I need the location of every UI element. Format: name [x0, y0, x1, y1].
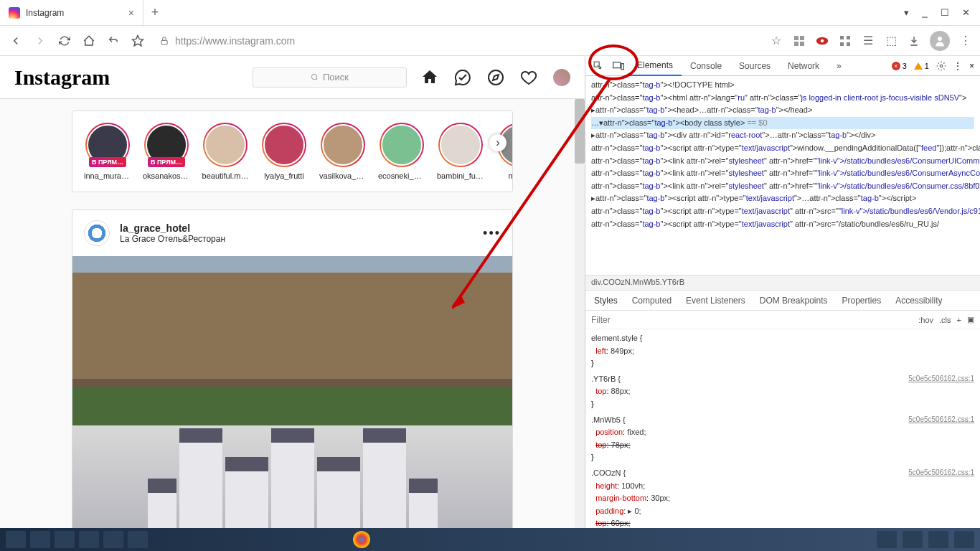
story-item[interactable]: lyalya_frutti: [260, 123, 308, 180]
svg-rect-1: [161, 40, 167, 44]
new-style-rule-icon[interactable]: +: [957, 316, 961, 324]
post-location[interactable]: La Grace Отель&Ресторан: [120, 234, 225, 244]
tab-accessibility[interactable]: Accessibility: [895, 296, 942, 306]
styles-tabs: Styles Computed Event Listeners DOM Brea…: [585, 291, 980, 311]
tab-sources[interactable]: Sources: [730, 57, 779, 75]
svg-point-12: [938, 37, 942, 41]
lock-icon: [159, 36, 169, 46]
window-close-icon[interactable]: ✕: [962, 7, 970, 18]
eye-extension-icon[interactable]: [815, 34, 829, 48]
crop-icon[interactable]: ⬚: [884, 34, 898, 48]
browser-titlebar: Instagram × + ▾ ⎯ ☐ ✕: [0, 0, 980, 26]
post-image[interactable]: [72, 256, 512, 528]
annotation-circle: [588, 44, 639, 80]
tab-title: Instagram: [26, 8, 64, 18]
svg-rect-8: [840, 36, 844, 39]
error-count-badge[interactable]: ×3: [892, 62, 907, 70]
svg-rect-2: [794, 36, 798, 40]
svg-line-20: [452, 79, 610, 309]
pin-icon[interactable]: ▣: [967, 315, 974, 324]
window-dropdown-icon[interactable]: ▾: [904, 7, 909, 18]
tab-console[interactable]: Console: [682, 57, 730, 75]
svg-rect-9: [847, 36, 850, 39]
browser-toolbar: https://www.instagram.com ☆ ☰ ⬚ ⋮: [0, 26, 980, 56]
tab-properties[interactable]: Properties: [842, 296, 881, 306]
reload-button[interactable]: [56, 32, 73, 50]
stories-tray: В ПРЯМ…inna_muras…В ПРЯМ…oksanakosa…beau…: [72, 110, 513, 192]
story-item[interactable]: В ПРЯМ…inna_muras…: [84, 123, 131, 180]
cls-toggle[interactable]: .cls: [939, 316, 951, 324]
svg-rect-10: [840, 42, 844, 46]
browser-tab[interactable]: Instagram ×: [0, 0, 143, 25]
story-item[interactable]: beautiful.m…: [202, 123, 249, 180]
tab-computed[interactable]: Computed: [632, 296, 672, 306]
extension-puzzle-icon[interactable]: [792, 34, 806, 48]
devtools-settings-icon[interactable]: [936, 61, 946, 71]
taskbar-app-icon[interactable]: [79, 531, 99, 548]
warning-count-badge[interactable]: 1: [914, 62, 929, 70]
window-minimize-icon[interactable]: ⎯: [922, 7, 928, 18]
search-icon: [311, 73, 319, 81]
taskbar-app-icon[interactable]: [6, 531, 26, 548]
instagram-logo[interactable]: Instagram: [14, 65, 110, 90]
svg-rect-3: [800, 36, 804, 40]
devtools-panel: Elements Console Sources Network » ×3 1 …: [585, 56, 980, 528]
styles-filter-row: :hov .cls + ▣: [585, 311, 980, 329]
taskbar-tray-icon[interactable]: [928, 531, 948, 548]
taskbar-app-icon[interactable]: [30, 531, 50, 548]
hov-toggle[interactable]: :hov: [918, 316, 933, 324]
svg-point-19: [940, 65, 943, 67]
search-input[interactable]: Поиск: [253, 67, 407, 88]
taskbar-tray-icon[interactable]: [877, 531, 897, 548]
playlist-icon[interactable]: ☰: [861, 34, 875, 48]
post-avatar[interactable]: [84, 220, 110, 246]
feed-post: la_grace_hotel La Grace Отель&Ресторан •…: [72, 209, 513, 528]
windows-taskbar[interactable]: [0, 528, 980, 551]
back-button[interactable]: [7, 32, 24, 50]
story-item[interactable]: vasilkova_m…: [319, 123, 367, 180]
devtools-menu-icon[interactable]: ⋮: [953, 61, 962, 71]
window-maximize-icon[interactable]: ☐: [941, 7, 949, 18]
url-text: https://www.instagram.com: [175, 35, 295, 47]
profile-avatar-icon[interactable]: [930, 31, 950, 51]
chrome-menu-icon[interactable]: ⋮: [958, 34, 973, 48]
bookmark-this-icon[interactable]: ☆: [769, 34, 783, 48]
tab-close-icon[interactable]: ×: [128, 7, 134, 19]
tabs-overflow[interactable]: »: [828, 57, 850, 75]
taskbar-app-icon[interactable]: [128, 531, 148, 548]
story-item[interactable]: ecosneki_m…: [378, 123, 425, 180]
svg-point-7: [821, 39, 824, 42]
devtools-close-icon[interactable]: ×: [969, 61, 974, 71]
bookmark-star-icon[interactable]: [129, 32, 146, 50]
taskbar-tray-icon[interactable]: [954, 531, 974, 548]
annotation-arrow: [452, 79, 617, 309]
tab-event-listeners[interactable]: Event Listeners: [686, 296, 745, 306]
apps-icon[interactable]: [838, 34, 852, 48]
svg-marker-0: [133, 35, 143, 45]
taskbar-app-icon[interactable]: [103, 531, 123, 548]
taskbar-app-icon[interactable]: [55, 531, 75, 548]
tab-dom-breakpoints[interactable]: DOM Breakpoints: [760, 296, 828, 306]
styles-panel[interactable]: element.style { left: 849px;}.YT6rB {5c0…: [585, 329, 980, 528]
breadcrumb[interactable]: div.COOzN.MnWb5.YT6rB: [585, 275, 980, 291]
forward-button[interactable]: [32, 32, 49, 50]
taskbar-tray-icon[interactable]: [903, 531, 923, 548]
home-icon[interactable]: [421, 69, 438, 86]
search-placeholder: Поиск: [323, 72, 349, 83]
svg-rect-5: [800, 42, 804, 46]
svg-rect-11: [847, 42, 850, 46]
svg-rect-4: [794, 42, 798, 46]
post-username[interactable]: la_grace_hotel: [120, 222, 225, 234]
devtools-tabs: Elements Console Sources Network » ×3 1 …: [585, 56, 980, 76]
post-header: la_grace_hotel La Grace Отель&Ресторан •…: [72, 210, 512, 256]
new-tab-button[interactable]: +: [143, 0, 166, 25]
undo-button[interactable]: [105, 32, 122, 50]
story-item[interactable]: В ПРЯМ…oksanakosa…: [143, 123, 190, 180]
home-button[interactable]: [80, 32, 98, 50]
download-icon[interactable]: [907, 34, 921, 48]
svg-marker-21: [452, 294, 465, 309]
tab-network[interactable]: Network: [779, 57, 828, 75]
dom-tree[interactable]: attr-n">class="tag-b"><!DOCTYPE html>att…: [585, 76, 980, 275]
chrome-taskbar-icon[interactable]: [353, 531, 370, 548]
styles-filter-input[interactable]: [585, 311, 913, 329]
